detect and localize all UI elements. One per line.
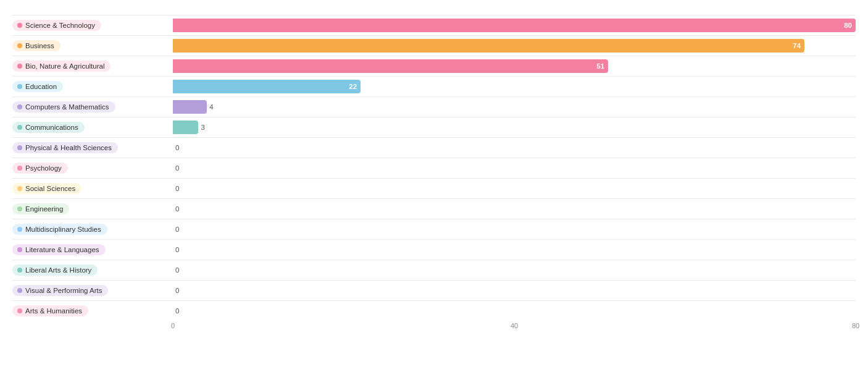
label-dot bbox=[17, 166, 22, 171]
bar-section: 0 bbox=[173, 301, 856, 321]
label-pill: Visual & Performing Arts bbox=[12, 285, 108, 296]
bar-row: Communications3 bbox=[12, 117, 856, 137]
label-dot bbox=[17, 308, 22, 313]
x-tick: 0 bbox=[171, 322, 175, 329]
label-area: Visual & Performing Arts bbox=[12, 281, 173, 300]
bar bbox=[173, 121, 198, 134]
bar-label: Computers & Mathematics bbox=[25, 103, 109, 111]
label-dot bbox=[17, 247, 22, 252]
bar-label: Education bbox=[25, 83, 57, 90]
bar-section: 4 bbox=[173, 97, 856, 117]
label-pill: Education bbox=[12, 81, 63, 92]
bar-value: 0 bbox=[175, 287, 179, 294]
x-tick: 40 bbox=[511, 322, 518, 329]
bar-value: 4 bbox=[209, 103, 213, 111]
label-area: Education bbox=[12, 77, 173, 96]
bar-section: 22 bbox=[173, 77, 856, 96]
bar-row: Psychology0 bbox=[12, 158, 856, 178]
label-area: Liberal Arts & History bbox=[12, 260, 173, 280]
label-dot bbox=[17, 227, 22, 232]
bar-label: Arts & Humanities bbox=[25, 307, 82, 315]
label-area: Communications bbox=[12, 117, 173, 137]
label-area: Social Sciences bbox=[12, 179, 173, 198]
x-axis: 04080 bbox=[173, 322, 856, 334]
bar-label: Bio, Nature & Agricultural bbox=[25, 62, 104, 70]
bar-value: 51 bbox=[596, 62, 604, 70]
bar-section: 0 bbox=[173, 219, 856, 239]
label-area: Computers & Mathematics bbox=[12, 97, 173, 117]
label-pill: Multidisciplinary Studies bbox=[12, 224, 107, 235]
bar: 80 bbox=[173, 19, 856, 32]
bar bbox=[173, 100, 207, 114]
bar-row: Computers & Mathematics4 bbox=[12, 96, 856, 117]
bar-section: 0 bbox=[173, 179, 856, 198]
bar-value: 0 bbox=[175, 164, 179, 172]
bar-row: Bio, Nature & Agricultural51 bbox=[12, 56, 856, 76]
label-pill: Arts & Humanities bbox=[12, 305, 88, 316]
label-area: Literature & Languages bbox=[12, 240, 173, 260]
bar-value: 74 bbox=[793, 42, 801, 49]
bar-row: Engineering0 bbox=[12, 198, 856, 219]
bar-section: 0 bbox=[173, 158, 856, 178]
label-pill: Social Sciences bbox=[12, 183, 81, 194]
bar-label: Visual & Performing Arts bbox=[25, 287, 102, 294]
label-dot bbox=[17, 43, 22, 48]
label-pill: Psychology bbox=[12, 163, 68, 174]
label-area: Physical & Health Sciences bbox=[12, 138, 173, 158]
bar: 51 bbox=[173, 59, 608, 73]
bar-value: 0 bbox=[175, 246, 179, 253]
label-area: Bio, Nature & Agricultural bbox=[12, 56, 173, 76]
label-dot bbox=[17, 125, 22, 130]
bar-label: Business bbox=[25, 42, 54, 49]
bar-row: Social Sciences0 bbox=[12, 178, 856, 198]
bar-row: Visual & Performing Arts0 bbox=[12, 280, 856, 300]
bar-label: Liberal Arts & History bbox=[25, 266, 91, 274]
bar-section: 51 bbox=[173, 56, 856, 76]
bar-value: 0 bbox=[175, 307, 179, 315]
label-area: Science & Technology bbox=[12, 15, 173, 35]
label-dot bbox=[17, 145, 22, 150]
bar-label: Communications bbox=[25, 124, 78, 131]
bar-row: Business74 bbox=[12, 35, 856, 56]
bar-section: 0 bbox=[173, 240, 856, 260]
label-area: Multidisciplinary Studies bbox=[12, 219, 173, 239]
bar-value: 0 bbox=[175, 205, 179, 213]
label-dot bbox=[17, 186, 22, 191]
label-dot bbox=[17, 23, 22, 28]
label-area: Business bbox=[12, 36, 173, 56]
label-pill: Engineering bbox=[12, 203, 69, 214]
bar-section: 0 bbox=[173, 138, 856, 158]
label-pill: Science & Technology bbox=[12, 20, 101, 31]
bar-label: Science & Technology bbox=[25, 22, 95, 29]
label-pill: Communications bbox=[12, 122, 85, 133]
label-dot bbox=[17, 84, 22, 89]
bar-section: 80 bbox=[173, 15, 856, 35]
x-tick: 80 bbox=[852, 322, 859, 329]
label-area: Psychology bbox=[12, 158, 173, 178]
label-pill: Literature & Languages bbox=[12, 244, 106, 255]
bar: 22 bbox=[173, 80, 361, 93]
bar-label: Physical & Health Sciences bbox=[25, 144, 112, 151]
bar-row: Education22 bbox=[12, 76, 856, 96]
bar-value: 0 bbox=[175, 185, 179, 192]
label-dot bbox=[17, 268, 22, 273]
label-pill: Business bbox=[12, 40, 61, 51]
bar-section: 0 bbox=[173, 199, 856, 219]
label-area: Engineering bbox=[12, 199, 173, 219]
bar-label: Literature & Languages bbox=[25, 246, 99, 253]
bar-row: Multidisciplinary Studies0 bbox=[12, 219, 856, 239]
bar-label: Engineering bbox=[25, 205, 63, 213]
label-dot bbox=[17, 64, 22, 69]
bar-value: 22 bbox=[349, 83, 357, 90]
bar-row: Literature & Languages0 bbox=[12, 239, 856, 260]
bar-section: 74 bbox=[173, 36, 856, 56]
bar-value: 0 bbox=[175, 266, 179, 274]
label-dot bbox=[17, 104, 22, 109]
label-area: Arts & Humanities bbox=[12, 301, 173, 321]
bar-label: Multidisciplinary Studies bbox=[25, 226, 101, 233]
bar: 74 bbox=[173, 39, 804, 53]
label-pill: Computers & Mathematics bbox=[12, 101, 115, 112]
bar-label: Social Sciences bbox=[25, 185, 75, 192]
bar-value: 0 bbox=[175, 226, 179, 233]
label-dot bbox=[17, 288, 22, 293]
